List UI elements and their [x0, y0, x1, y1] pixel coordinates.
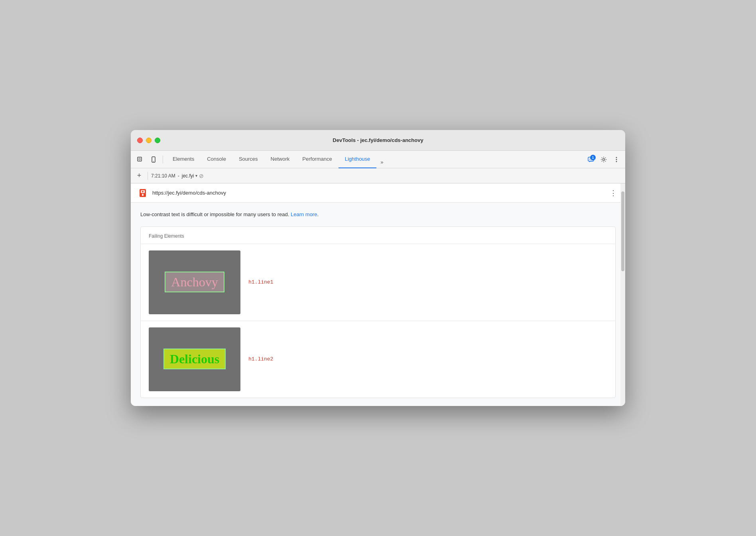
svg-rect-0 [138, 157, 142, 161]
separator: - [178, 173, 179, 179]
svg-point-5 [589, 159, 590, 160]
scrollbar-thumb[interactable] [621, 191, 624, 271]
devtools-window: DevTools - jec.fyi/demo/cds-anchovy Elem… [131, 130, 625, 406]
info-text-content: Low-contrast text is difficult or imposs… [140, 211, 289, 217]
devtools-toolbar: Elements Console Sources Network Perform… [131, 151, 625, 168]
tab-performance[interactable]: Performance [296, 151, 338, 168]
table-row: Delicious h1.line2 [141, 321, 615, 398]
vertical-dots-icon [613, 156, 620, 163]
info-paragraph: Low-contrast text is difficult or imposs… [140, 211, 616, 219]
tab-network[interactable]: Network [264, 151, 296, 168]
timestamp: 7:21:10 AM [151, 173, 175, 179]
gear-icon [600, 156, 607, 163]
window-title: DevTools - jec.fyi/demo/cds-anchovy [333, 137, 423, 143]
failing-elements-container: Failing Elements Anchovy h1.line1 [140, 227, 616, 398]
settings-button[interactable] [598, 154, 609, 165]
scrollbar-track[interactable] [620, 183, 625, 406]
failing-elements-header: Failing Elements [141, 227, 615, 244]
svg-point-3 [153, 161, 154, 162]
secondary-divider [148, 172, 148, 180]
preview-inner-delicious: Delicious [163, 352, 226, 367]
element-preview-anchovy: Anchovy [149, 250, 240, 314]
svg-rect-14 [142, 194, 144, 196]
content-wrapper: https://jec.fyi/demo/cds-anchovy ⋮ Low-c… [131, 183, 625, 406]
more-options-button[interactable] [611, 154, 622, 165]
dropdown-arrow-icon[interactable]: ▾ [195, 173, 197, 178]
tab-more-button[interactable]: » [376, 156, 387, 168]
delicious-label: Delicious [163, 349, 226, 369]
domain: jec.fyi [182, 173, 194, 179]
svg-point-8 [603, 158, 605, 160]
svg-point-11 [616, 161, 617, 162]
maximize-button[interactable] [155, 138, 160, 143]
devtools-tabs: Elements Console Sources Network Perform… [166, 151, 584, 168]
tab-console[interactable]: Console [201, 151, 232, 168]
lighthouse-icon [138, 188, 148, 198]
main-scroll-area: https://jec.fyi/demo/cds-anchovy ⋮ Low-c… [131, 183, 625, 406]
tab-sources[interactable]: Sources [232, 151, 264, 168]
tab-elements[interactable]: Elements [166, 151, 201, 168]
close-button[interactable] [137, 138, 143, 143]
lighthouse-url-bar: https://jec.fyi/demo/cds-anchovy ⋮ [131, 183, 625, 203]
element-preview-delicious: Delicious [149, 327, 240, 391]
info-suffix: . [317, 211, 319, 217]
notification-badge: 1 [590, 155, 596, 160]
element-selector-1[interactable]: h1.line1 [248, 279, 273, 285]
learn-more-link[interactable]: Learn more [291, 211, 317, 217]
block-icon: ⊘ [199, 173, 204, 179]
title-bar: DevTools - jec.fyi/demo/cds-anchovy [131, 130, 625, 151]
lighthouse-more-button[interactable]: ⋮ [608, 187, 619, 199]
tab-lighthouse[interactable]: Lighthouse [339, 151, 377, 168]
preview-inner-anchovy: Anchovy [165, 275, 224, 290]
svg-point-10 [616, 159, 617, 160]
element-selector-2[interactable]: h1.line2 [248, 356, 273, 362]
lighthouse-main-content: Low-contrast text is difficult or imposs… [131, 203, 625, 406]
secondary-toolbar: + 7:21:10 AM - jec.fyi ▾ ⊘ [131, 168, 625, 183]
more-vert-icon: ⋮ [610, 189, 617, 197]
minimize-button[interactable] [146, 138, 152, 143]
traffic-lights [137, 138, 160, 143]
toolbar-divider [163, 156, 163, 164]
mobile-tool-button[interactable] [148, 154, 159, 166]
anchovy-label: Anchovy [165, 272, 224, 292]
table-row: Anchovy h1.line1 [141, 244, 615, 321]
new-tab-button[interactable]: + [134, 171, 144, 181]
cursor-icon [137, 156, 143, 163]
url-info: 7:21:10 AM - jec.fyi [151, 173, 194, 179]
svg-point-15 [142, 191, 144, 192]
tab-actions: 1 [585, 154, 622, 165]
mobile-icon [150, 156, 157, 163]
svg-rect-1 [139, 158, 140, 160]
cursor-tool-button[interactable] [134, 154, 146, 166]
svg-point-9 [616, 157, 617, 158]
lighthouse-logo [137, 187, 148, 199]
notifications-button[interactable]: 1 [585, 154, 597, 165]
lighthouse-url-text: https://jec.fyi/demo/cds-anchovy [152, 190, 604, 196]
